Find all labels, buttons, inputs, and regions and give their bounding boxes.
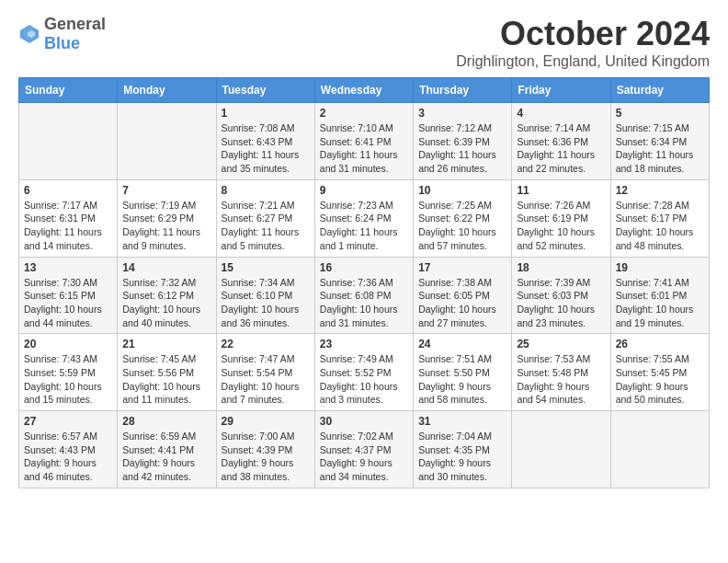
day-number: 20 <box>24 338 112 350</box>
calendar-cell: 27Sunrise: 6:57 AM Sunset: 4:43 PM Dayli… <box>19 411 118 488</box>
calendar-cell: 13Sunrise: 7:30 AM Sunset: 6:15 PM Dayli… <box>19 257 118 334</box>
cell-content: Sunrise: 7:34 AM Sunset: 6:10 PM Dayligh… <box>222 276 310 330</box>
cell-content: Sunrise: 7:43 AM Sunset: 5:59 PM Dayligh… <box>24 352 112 407</box>
page-header: General Blue October 2024 Drighlington, … <box>18 15 710 70</box>
calendar-cell: 15Sunrise: 7:34 AM Sunset: 6:10 PM Dayli… <box>216 257 314 334</box>
cell-content: Sunrise: 7:08 AM Sunset: 6:43 PM Dayligh… <box>222 121 310 176</box>
day-number: 22 <box>222 338 310 350</box>
calendar-cell <box>610 411 709 488</box>
calendar-cell: 22Sunrise: 7:47 AM Sunset: 5:54 PM Dayli… <box>216 334 314 411</box>
day-number: 21 <box>122 338 210 350</box>
cell-content: Sunrise: 7:28 AM Sunset: 6:17 PM Dayligh… <box>616 199 704 253</box>
day-header-tuesday: Tuesday <box>216 78 314 103</box>
day-number: 19 <box>616 261 704 274</box>
calendar-cell: 24Sunrise: 7:51 AM Sunset: 5:50 PM Dayli… <box>414 334 512 411</box>
day-number: 7 <box>122 184 210 197</box>
calendar-cell: 28Sunrise: 6:59 AM Sunset: 4:41 PM Dayli… <box>118 411 216 488</box>
day-number: 23 <box>320 338 408 350</box>
calendar-cell: 29Sunrise: 7:00 AM Sunset: 4:39 PM Dayli… <box>216 411 314 488</box>
logo-general-text: General <box>44 15 106 33</box>
cell-content: Sunrise: 7:47 AM Sunset: 5:54 PM Dayligh… <box>222 352 310 407</box>
day-number: 27 <box>24 415 112 428</box>
calendar-cell: 5Sunrise: 7:15 AM Sunset: 6:34 PM Daylig… <box>610 103 709 180</box>
month-title: October 2024 <box>456 15 710 53</box>
day-number: 31 <box>418 415 506 428</box>
calendar-cell: 23Sunrise: 7:49 AM Sunset: 5:52 PM Dayli… <box>314 334 413 411</box>
day-header-friday: Friday <box>512 78 610 103</box>
day-number: 10 <box>418 184 506 197</box>
day-number: 1 <box>222 107 310 120</box>
calendar-cell: 18Sunrise: 7:39 AM Sunset: 6:03 PM Dayli… <box>512 257 610 334</box>
day-number: 8 <box>222 184 310 197</box>
day-number: 26 <box>616 338 704 350</box>
calendar-cell: 6Sunrise: 7:17 AM Sunset: 6:31 PM Daylig… <box>19 179 118 257</box>
calendar-cell: 4Sunrise: 7:14 AM Sunset: 6:36 PM Daylig… <box>512 103 610 180</box>
logo: General Blue <box>18 15 106 53</box>
day-header-wednesday: Wednesday <box>314 78 413 103</box>
calendar-cell: 14Sunrise: 7:32 AM Sunset: 6:12 PM Dayli… <box>118 257 216 334</box>
day-number: 5 <box>616 107 704 120</box>
logo-icon <box>18 23 40 45</box>
calendar-week-4: 20Sunrise: 7:43 AM Sunset: 5:59 PM Dayli… <box>19 334 710 411</box>
cell-content: Sunrise: 7:41 AM Sunset: 6:01 PM Dayligh… <box>616 276 704 330</box>
calendar-cell <box>512 411 610 488</box>
day-number: 6 <box>24 184 112 197</box>
calendar-week-2: 6Sunrise: 7:17 AM Sunset: 6:31 PM Daylig… <box>19 179 710 257</box>
calendar-cell: 19Sunrise: 7:41 AM Sunset: 6:01 PM Dayli… <box>610 257 709 334</box>
calendar-header-row: SundayMondayTuesdayWednesdayThursdayFrid… <box>19 78 710 103</box>
calendar-cell <box>118 103 216 180</box>
day-header-monday: Monday <box>118 78 216 103</box>
cell-content: Sunrise: 7:19 AM Sunset: 6:29 PM Dayligh… <box>122 199 210 253</box>
cell-content: Sunrise: 6:57 AM Sunset: 4:43 PM Dayligh… <box>24 430 112 484</box>
cell-content: Sunrise: 7:53 AM Sunset: 5:48 PM Dayligh… <box>517 352 605 407</box>
day-number: 13 <box>24 261 112 274</box>
cell-content: Sunrise: 7:04 AM Sunset: 4:35 PM Dayligh… <box>418 430 506 484</box>
cell-content: Sunrise: 7:49 AM Sunset: 5:52 PM Dayligh… <box>320 352 408 407</box>
cell-content: Sunrise: 7:15 AM Sunset: 6:34 PM Dayligh… <box>616 121 704 176</box>
calendar-week-5: 27Sunrise: 6:57 AM Sunset: 4:43 PM Dayli… <box>19 411 710 488</box>
day-header-sunday: Sunday <box>19 78 118 103</box>
calendar-cell: 11Sunrise: 7:26 AM Sunset: 6:19 PM Dayli… <box>512 179 610 257</box>
calendar-table: SundayMondayTuesdayWednesdayThursdayFrid… <box>18 77 710 488</box>
cell-content: Sunrise: 7:02 AM Sunset: 4:37 PM Dayligh… <box>320 430 408 484</box>
day-number: 4 <box>517 107 605 120</box>
cell-content: Sunrise: 7:32 AM Sunset: 6:12 PM Dayligh… <box>122 276 210 330</box>
logo-blue-text: Blue <box>44 34 80 52</box>
cell-content: Sunrise: 7:45 AM Sunset: 5:56 PM Dayligh… <box>122 352 210 407</box>
cell-content: Sunrise: 7:25 AM Sunset: 6:22 PM Dayligh… <box>418 199 506 253</box>
day-number: 17 <box>418 261 506 274</box>
cell-content: Sunrise: 7:39 AM Sunset: 6:03 PM Dayligh… <box>517 276 605 330</box>
cell-content: Sunrise: 7:51 AM Sunset: 5:50 PM Dayligh… <box>418 352 506 407</box>
cell-content: Sunrise: 7:21 AM Sunset: 6:27 PM Dayligh… <box>222 199 310 253</box>
day-number: 28 <box>122 415 210 428</box>
calendar-cell: 21Sunrise: 7:45 AM Sunset: 5:56 PM Dayli… <box>118 334 216 411</box>
cell-content: Sunrise: 7:30 AM Sunset: 6:15 PM Dayligh… <box>24 276 112 330</box>
day-number: 29 <box>222 415 310 428</box>
day-number: 16 <box>320 261 408 274</box>
cell-content: Sunrise: 7:55 AM Sunset: 5:45 PM Dayligh… <box>616 352 704 407</box>
day-number: 3 <box>418 107 506 120</box>
day-number: 14 <box>122 261 210 274</box>
day-number: 24 <box>418 338 506 350</box>
cell-content: Sunrise: 7:36 AM Sunset: 6:08 PM Dayligh… <box>320 276 408 330</box>
day-number: 25 <box>517 338 605 350</box>
day-number: 9 <box>320 184 408 197</box>
day-number: 18 <box>517 261 605 274</box>
day-number: 15 <box>222 261 310 274</box>
title-area: October 2024 Drighlington, England, Unit… <box>456 15 710 70</box>
cell-content: Sunrise: 7:00 AM Sunset: 4:39 PM Dayligh… <box>222 430 310 484</box>
calendar-cell: 7Sunrise: 7:19 AM Sunset: 6:29 PM Daylig… <box>118 179 216 257</box>
calendar-cell: 31Sunrise: 7:04 AM Sunset: 4:35 PM Dayli… <box>414 411 512 488</box>
cell-content: Sunrise: 7:38 AM Sunset: 6:05 PM Dayligh… <box>418 276 506 330</box>
calendar-cell: 9Sunrise: 7:23 AM Sunset: 6:24 PM Daylig… <box>314 179 413 257</box>
day-number: 11 <box>517 184 605 197</box>
calendar-cell: 26Sunrise: 7:55 AM Sunset: 5:45 PM Dayli… <box>610 334 709 411</box>
day-header-thursday: Thursday <box>414 78 512 103</box>
calendar-cell <box>19 103 118 180</box>
calendar-cell: 20Sunrise: 7:43 AM Sunset: 5:59 PM Dayli… <box>19 334 118 411</box>
location-title: Drighlington, England, United Kingdom <box>456 53 710 70</box>
day-number: 30 <box>320 415 408 428</box>
calendar-cell: 10Sunrise: 7:25 AM Sunset: 6:22 PM Dayli… <box>414 179 512 257</box>
calendar-cell: 16Sunrise: 7:36 AM Sunset: 6:08 PM Dayli… <box>314 257 413 334</box>
cell-content: Sunrise: 7:23 AM Sunset: 6:24 PM Dayligh… <box>320 199 408 253</box>
